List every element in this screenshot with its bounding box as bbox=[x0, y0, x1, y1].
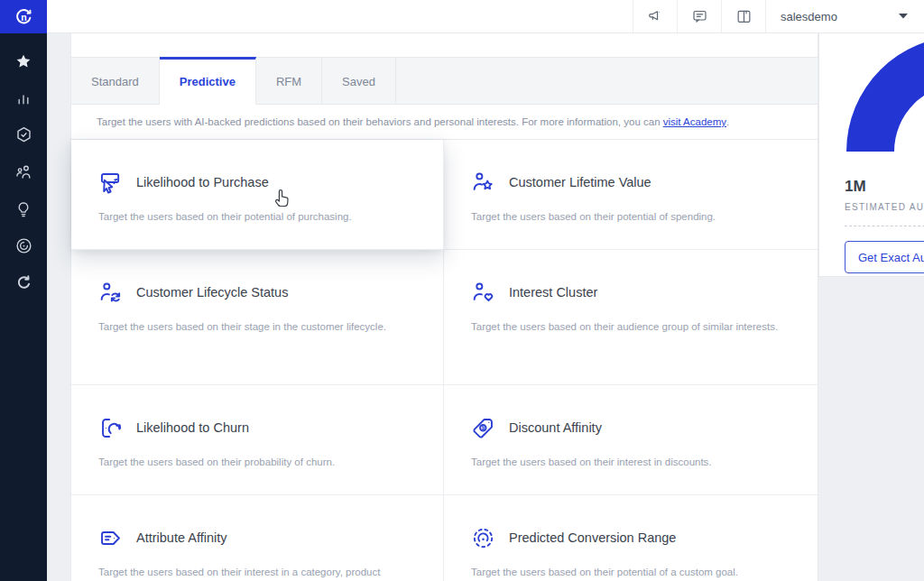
tab-saved[interactable]: Saved bbox=[322, 57, 396, 105]
tab-rfm[interactable]: RFM bbox=[256, 57, 322, 105]
guide-book-icon bbox=[735, 8, 753, 25]
caret-down-icon bbox=[899, 14, 908, 19]
card-title: Likelihood to Purchase bbox=[136, 175, 269, 189]
estimated-audience-label: ESTIMATED AUDIENCE bbox=[845, 202, 924, 212]
tab-predictive[interactable]: Predictive bbox=[160, 57, 256, 105]
sidebar-item-favorites[interactable] bbox=[0, 42, 47, 79]
person-cycle-icon bbox=[98, 281, 123, 305]
card-title: Customer Lifecycle Status bbox=[136, 285, 288, 300]
card-title: Predicted Conversion Range bbox=[509, 530, 676, 545]
megaphone-icon bbox=[647, 8, 664, 25]
segment-type-tabs: Standard Predictive RFM Saved bbox=[71, 57, 818, 105]
card-description: Target the users based on their interest… bbox=[471, 453, 790, 472]
card-description: Target the users based on their potentia… bbox=[471, 563, 790, 581]
card-customer-lifecycle-status[interactable]: Customer Lifecycle Status Target the use… bbox=[71, 250, 444, 385]
segment-builder-panel: Standard Predictive RFM Saved Target the… bbox=[70, 33, 818, 581]
lightbulb-icon bbox=[14, 200, 32, 218]
gauge-icon bbox=[471, 526, 495, 550]
svg-text:n: n bbox=[21, 11, 26, 22]
panel-top-strip bbox=[71, 33, 818, 58]
card-predicted-conversion-range[interactable]: Predicted Conversion Range Target the us… bbox=[444, 495, 818, 581]
exit-arrow-icon bbox=[98, 416, 123, 440]
card-title: Customer Lifetime Value bbox=[509, 175, 651, 189]
feedback-button[interactable] bbox=[677, 0, 721, 32]
get-exact-audience-button[interactable]: Get Exact Audience bbox=[845, 241, 924, 273]
card-title: Attribute Affinity bbox=[136, 530, 226, 545]
svg-text:$: $ bbox=[482, 424, 485, 431]
insider-logo-icon: n bbox=[13, 6, 34, 28]
analytics-bars-icon bbox=[14, 89, 32, 107]
card-description: Target the users based on their potentia… bbox=[98, 208, 416, 226]
sidebar-item-journeys[interactable] bbox=[0, 227, 47, 264]
person-star-icon bbox=[471, 171, 495, 195]
card-title: Interest Cluster bbox=[509, 285, 597, 300]
audience-gauge-icon bbox=[819, 33, 924, 214]
insider-logo[interactable]: n bbox=[0, 0, 47, 33]
card-description: Target the users based on their probabil… bbox=[98, 453, 416, 472]
sidebar-nav bbox=[0, 33, 47, 301]
announcements-button[interactable] bbox=[633, 0, 677, 32]
discount-tag-icon: $ bbox=[471, 416, 495, 440]
card-discount-affinity[interactable]: $ Discount Affinity Target the users bas… bbox=[444, 385, 818, 495]
card-description: Target the users based on their stage in… bbox=[98, 318, 416, 337]
person-heart-icon bbox=[471, 281, 495, 305]
card-customer-lifetime-value[interactable]: Customer Lifetime Value Target the users… bbox=[444, 140, 818, 250]
refresh-icon bbox=[14, 273, 33, 292]
card-likelihood-to-churn[interactable]: Likelihood to Churn Target the users bas… bbox=[71, 385, 444, 495]
sidebar-item-sync[interactable] bbox=[0, 264, 47, 301]
tab-standard[interactable]: Standard bbox=[71, 57, 160, 105]
topbar: salesdemo bbox=[47, 0, 924, 33]
account-name: salesdemo bbox=[781, 10, 837, 23]
sidebar-item-products[interactable] bbox=[0, 116, 47, 153]
attribute-tag-icon bbox=[98, 526, 123, 550]
card-description: Target the users based on their interest… bbox=[98, 563, 416, 581]
sidebar: n bbox=[0, 0, 47, 581]
hexagon-check-icon bbox=[14, 125, 33, 144]
sidebar-item-audience[interactable] bbox=[0, 153, 47, 190]
intro-text: Target the users with AI-backed predicti… bbox=[97, 116, 663, 127]
target-disc-icon bbox=[14, 236, 33, 255]
sidebar-item-analytics[interactable] bbox=[0, 79, 47, 116]
estimated-audience-panel: 1M ESTIMATED AUDIENCE Get Exact Audience bbox=[818, 33, 924, 277]
estimated-audience-value: 1M bbox=[845, 178, 866, 196]
visit-academy-link[interactable]: visit Academy bbox=[663, 116, 726, 127]
card-description: Target the users based on their potentia… bbox=[471, 208, 790, 226]
guide-button[interactable] bbox=[721, 0, 765, 32]
panel-divider bbox=[845, 226, 924, 226]
card-interest-cluster[interactable]: Interest Cluster Target the users based … bbox=[444, 250, 818, 385]
intro-text-suffix: . bbox=[726, 116, 729, 127]
predictive-segment-grid: Likelihood to Purchase Target the users … bbox=[71, 140, 818, 581]
account-switcher[interactable]: salesdemo bbox=[765, 0, 924, 32]
card-likelihood-to-purchase[interactable]: Likelihood to Purchase Target the users … bbox=[71, 140, 444, 250]
card-title: Discount Affinity bbox=[509, 420, 602, 435]
feedback-chat-icon bbox=[691, 8, 708, 25]
users-icon bbox=[14, 162, 33, 181]
card-title: Likelihood to Churn bbox=[136, 420, 249, 435]
predictive-intro: Target the users with AI-backed predicti… bbox=[71, 105, 818, 140]
click-cursor-icon bbox=[98, 171, 123, 195]
card-description: Target the users based on their audience… bbox=[471, 318, 790, 337]
sidebar-item-opportunities[interactable] bbox=[0, 190, 47, 227]
card-attribute-affinity[interactable]: Attribute Affinity Target the users base… bbox=[71, 495, 444, 581]
tab-strip-filler bbox=[396, 57, 818, 105]
star-icon bbox=[14, 52, 32, 70]
